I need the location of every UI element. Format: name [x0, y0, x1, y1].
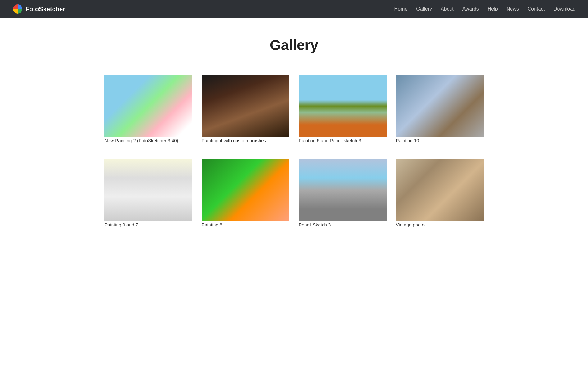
gallery-image-7	[299, 159, 387, 221]
gallery-caption-6: Painting 8	[202, 221, 290, 228]
gallery-grid: New Painting 2 (FotoSketcher 3.40) Paint…	[104, 75, 484, 228]
nav-links: Home Gallery About Awards Help News Cont…	[394, 6, 576, 12]
logo-icon	[12, 4, 23, 14]
gallery-image-5	[104, 159, 192, 221]
gallery-item: Painting 9 and 7	[104, 159, 192, 228]
gallery-item-link-3[interactable]	[299, 75, 387, 137]
page-title: Gallery	[104, 37, 484, 53]
gallery-image-6	[202, 159, 290, 221]
gallery-caption-1: New Painting 2 (FotoSketcher 3.40)	[104, 137, 192, 144]
nav-help[interactable]: Help	[488, 6, 498, 11]
gallery-item: New Painting 2 (FotoSketcher 3.40)	[104, 75, 192, 144]
gallery-item: Pencil Sketch 3	[299, 159, 387, 228]
nav-awards[interactable]: Awards	[462, 6, 479, 11]
gallery-caption-5: Painting 9 and 7	[104, 221, 192, 228]
gallery-item: Vintage photo	[396, 159, 484, 228]
nav-about[interactable]: About	[441, 6, 454, 11]
gallery-image-4	[396, 75, 484, 137]
gallery-item: Painting 4 with custom brushes	[202, 75, 290, 144]
gallery-item-link-1[interactable]	[104, 75, 192, 137]
logo-text: FotoSketcher	[25, 6, 65, 13]
gallery-item-link-2[interactable]	[202, 75, 290, 137]
gallery-item-link-5[interactable]	[104, 159, 192, 221]
gallery-image-8	[396, 159, 484, 221]
site-logo[interactable]: FotoSketcher	[12, 4, 65, 14]
gallery-caption-7: Pencil Sketch 3	[299, 221, 387, 228]
gallery-caption-3: Painting 6 and Pencil sketch 3	[299, 137, 387, 144]
nav-contact[interactable]: Contact	[528, 6, 545, 11]
gallery-item-link-8[interactable]	[396, 159, 484, 221]
main-content: Gallery New Painting 2 (FotoSketcher 3.4…	[92, 18, 496, 253]
nav-gallery[interactable]: Gallery	[416, 6, 432, 11]
gallery-item: Painting 8	[202, 159, 290, 228]
nav-home[interactable]: Home	[394, 6, 408, 11]
gallery-item: Painting 6 and Pencil sketch 3	[299, 75, 387, 144]
gallery-item: Painting 10	[396, 75, 484, 144]
gallery-item-link-7[interactable]	[299, 159, 387, 221]
gallery-caption-2: Painting 4 with custom brushes	[202, 137, 290, 144]
gallery-caption-4: Painting 10	[396, 137, 484, 144]
nav-news[interactable]: News	[507, 6, 519, 11]
gallery-item-link-6[interactable]	[202, 159, 290, 221]
gallery-image-1	[104, 75, 192, 137]
gallery-item-link-4[interactable]	[396, 75, 484, 137]
gallery-image-3	[299, 75, 387, 137]
nav-download[interactable]: Download	[554, 6, 576, 11]
gallery-image-2	[202, 75, 290, 137]
gallery-caption-8: Vintage photo	[396, 221, 484, 228]
main-nav: FotoSketcher Home Gallery About Awards H…	[0, 0, 588, 18]
